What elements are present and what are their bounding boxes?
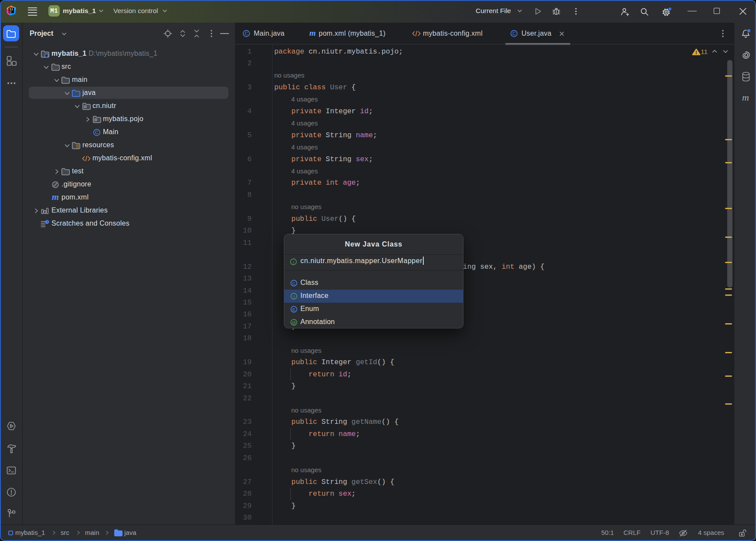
svg-text:I: I <box>293 294 295 299</box>
svg-text:@: @ <box>292 320 296 325</box>
svg-text:C: C <box>245 31 248 36</box>
svg-text:I: I <box>293 260 294 264</box>
svg-text:C: C <box>512 31 516 36</box>
svg-text:C: C <box>95 130 99 135</box>
svg-text:C: C <box>292 281 295 286</box>
svg-text:E: E <box>293 307 296 312</box>
svg-text:IJ: IJ <box>10 8 13 11</box>
